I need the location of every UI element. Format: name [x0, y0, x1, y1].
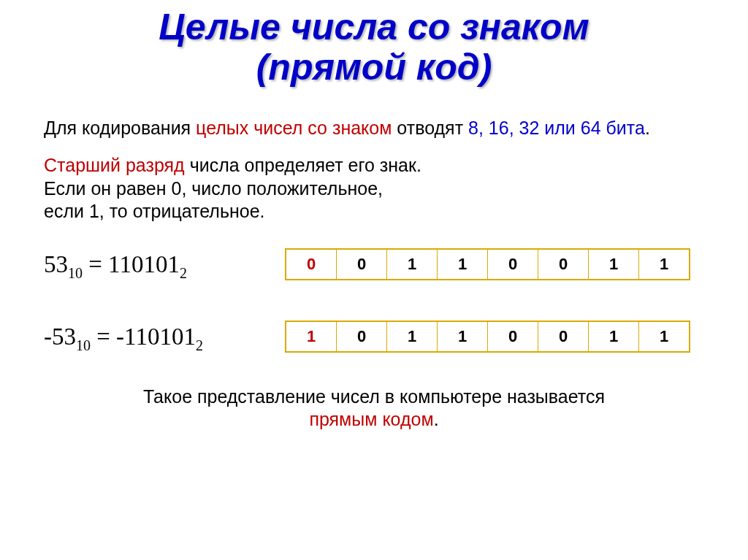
- bit-cell: 0: [337, 321, 387, 352]
- paragraph-encoding-bits: Для кодирования целых чисел со знаком от…: [44, 117, 704, 139]
- p2-seg4: если 1, то отрицательное.: [44, 201, 264, 221]
- footer-seg1: Такое представление чисел в компьютере н…: [143, 386, 605, 407]
- p2-seg2: числа определяет его знак.: [185, 155, 421, 175]
- ex2-num: -53: [44, 323, 76, 350]
- bit-cell: 1: [589, 249, 639, 280]
- ex2-sub2: 2: [196, 337, 203, 353]
- slide-content: Для кодирования целых чисел со знаком от…: [0, 117, 748, 431]
- p2-seg1: Старший разряд: [44, 155, 185, 175]
- footer-seg2: прямым кодом: [309, 409, 433, 429]
- slide-title: Целые числа со знаком (прямой код): [0, 7, 748, 88]
- bit-cell: 1: [387, 321, 438, 352]
- bit-cell: 1: [639, 321, 690, 352]
- bit-table-positive: 0 0 1 1 0 0 1 1: [285, 248, 690, 280]
- p1-seg4: 8, 16, 32 или 64 бита: [468, 118, 645, 138]
- formula-negative: -5310 = -1101012: [44, 323, 285, 350]
- bit-cell: 1: [438, 321, 488, 352]
- bit-cell: 0: [488, 321, 538, 352]
- bit-cell: 0: [488, 249, 538, 280]
- example-negative: -5310 = -1101012 1 0 1 1 0 0 1 1: [44, 321, 704, 353]
- ex1-sub2: 2: [180, 264, 187, 280]
- bit-cell: 0: [286, 249, 337, 280]
- bit-cell: 0: [538, 321, 589, 352]
- ex2-eq: = -110101: [91, 323, 196, 350]
- ex1-sub1: 10: [68, 264, 83, 280]
- footer-text: Такое представление чисел в компьютере н…: [44, 386, 704, 431]
- ex2-sub1: 10: [76, 337, 91, 353]
- title-line-2: (прямой код): [256, 47, 492, 88]
- p1-seg5: .: [645, 118, 650, 138]
- bit-table-negative: 1 0 1 1 0 0 1 1: [285, 321, 690, 353]
- bit-cell: 1: [387, 249, 438, 280]
- ex1-eq: = 110101: [83, 251, 180, 277]
- p1-seg3: отводят: [392, 118, 468, 138]
- paragraph-sign-bit: Старший разряд числа определяет его знак…: [44, 154, 704, 223]
- title-line-1: Целые числа со знаком: [159, 7, 589, 47]
- formula-positive: 5310 = 1101012: [44, 251, 285, 278]
- p1-seg1: Для кодирования: [44, 118, 196, 138]
- p1-seg2: целых чисел со знаком: [196, 118, 392, 138]
- footer-seg3: .: [434, 409, 439, 429]
- p2-seg3: Если он равен 0, число положительное,: [44, 178, 383, 199]
- bit-cell: 0: [538, 249, 589, 280]
- bit-cell: 0: [337, 249, 387, 280]
- bit-cell: 1: [589, 321, 639, 352]
- bit-cell: 1: [639, 249, 690, 280]
- bit-cell: 1: [286, 321, 337, 352]
- example-positive: 5310 = 1101012 0 0 1 1 0 0 1 1: [44, 248, 704, 280]
- bit-cell: 1: [438, 249, 488, 280]
- ex1-num: 53: [44, 251, 68, 277]
